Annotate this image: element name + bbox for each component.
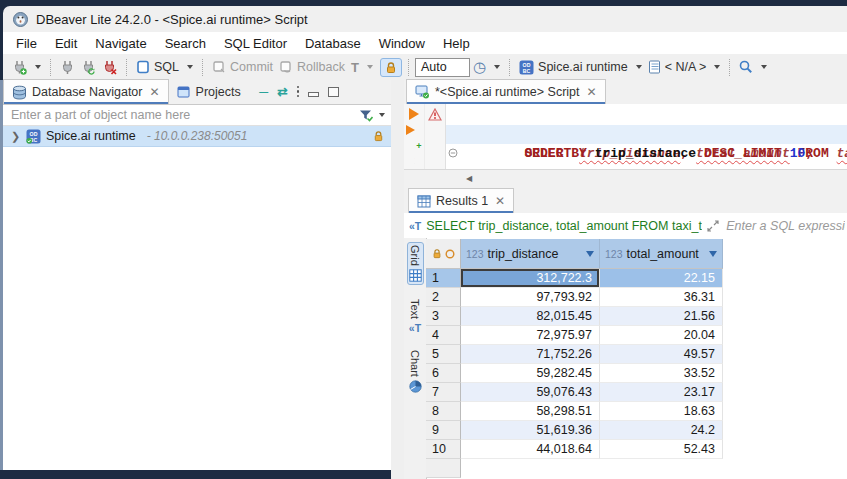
sql-editor-button[interactable]: SQL	[133, 58, 196, 76]
table-cell[interactable]: 59,076.43	[461, 383, 600, 402]
sql-editor[interactable]: +	[404, 104, 847, 169]
table-cell[interactable]: 36.31	[600, 288, 723, 307]
search-button[interactable]	[736, 58, 770, 76]
sql-expression-filter-input[interactable]	[724, 218, 847, 234]
tree-item-connection[interactable]: ❯ OD BC Spice.ai runtime - 10.0.0.238:50…	[3, 126, 391, 147]
menu-item-window[interactable]: Window	[370, 34, 434, 53]
code-line-1[interactable]: SELECT trip_distance, total_amount FROM …	[446, 106, 847, 125]
sort-desc-icon[interactable]	[709, 251, 717, 257]
minimize-panel-icon[interactable]	[308, 92, 319, 97]
scroll-left-arrow-icon[interactable]: ◀	[466, 174, 472, 183]
table-row[interactable]: 858,298.5118.63	[426, 402, 847, 421]
table-cell[interactable]: 23.17	[600, 383, 723, 402]
table-row[interactable]: 382,015.4521.56	[426, 307, 847, 326]
table-cell[interactable]: 51,619.36	[461, 421, 600, 440]
tree-expander-icon[interactable]: ❯	[11, 130, 21, 143]
dropdown-caret[interactable]	[187, 65, 193, 69]
table-row[interactable]: 297,793.9236.31	[426, 288, 847, 307]
active-schema-selector[interactable]: < N/A >	[645, 58, 724, 76]
link-with-editor-icon[interactable]: ⇄	[277, 84, 287, 99]
view-menu-icon[interactable]	[297, 86, 300, 98]
maximize-panel-icon[interactable]	[328, 87, 339, 97]
menu-item-navigate[interactable]: Navigate	[86, 34, 155, 53]
table-cell[interactable]: 72,975.97	[461, 326, 600, 345]
table-cell[interactable]: 22.15	[600, 269, 723, 288]
grid-corner-cell[interactable]	[426, 239, 461, 269]
dropdown-caret[interactable]	[636, 65, 642, 69]
dropdown-caret[interactable]	[714, 65, 720, 69]
row-number[interactable]: 8	[426, 402, 461, 421]
table-row[interactable]: 759,076.4323.17	[426, 383, 847, 402]
table-cell[interactable]: 33.52	[600, 364, 723, 383]
row-number[interactable]: 6	[426, 364, 461, 383]
table-cell[interactable]: 18.63	[600, 402, 723, 421]
table-cell[interactable]: 58,298.51	[461, 402, 600, 421]
filter-funnel-icon[interactable]	[359, 109, 373, 122]
table-cell[interactable]: 52.43	[600, 440, 723, 459]
menu-item-file[interactable]: File	[7, 34, 46, 53]
editor-horizontal-scrollbar[interactable]: ◀	[404, 169, 847, 188]
menu-item-database[interactable]: Database	[296, 34, 370, 53]
transaction-mode-button[interactable]: T	[348, 58, 376, 77]
disconnect-button[interactable]	[99, 58, 120, 77]
tab-projects[interactable]: Projects	[169, 80, 249, 104]
close-icon[interactable]: ✕	[149, 85, 159, 99]
tab-database-navigator[interactable]: Database Navigator ✕	[3, 79, 169, 104]
code-area[interactable]: SELECT trip_distance, total_amount FROM …	[446, 106, 847, 169]
object-filter-input[interactable]	[9, 107, 359, 123]
row-number[interactable]: 7	[426, 383, 461, 402]
new-connection-button[interactable]	[9, 58, 44, 77]
menu-item-search[interactable]: Search	[156, 34, 215, 53]
view-tab-text[interactable]: Text «T	[408, 297, 422, 336]
table-cell[interactable]: 97,793.92	[461, 288, 600, 307]
table-cell[interactable]: 20.04	[600, 326, 723, 345]
table-cell[interactable]: 71,752.26	[461, 345, 600, 364]
view-tab-chart[interactable]: Chart	[408, 348, 423, 395]
sort-desc-icon[interactable]	[586, 251, 594, 257]
row-number[interactable]: 5	[426, 345, 461, 364]
menu-item-help[interactable]: Help	[434, 34, 479, 53]
table-row[interactable]: 951,619.3624.2	[426, 421, 847, 440]
warning-icon[interactable]	[428, 108, 442, 121]
table-cell[interactable]: 82,015.45	[461, 307, 600, 326]
reconnect-button[interactable]	[78, 58, 99, 77]
view-tab-grid[interactable]: Grid	[407, 242, 424, 285]
dropdown-caret[interactable]	[35, 65, 41, 69]
rollback-button[interactable]: Rollback	[276, 58, 348, 76]
tab-results-1[interactable]: Results 1 ✕	[408, 188, 514, 213]
table-row[interactable]: 472,975.9720.04	[426, 326, 847, 345]
toggle-connection-lock-button[interactable]	[380, 58, 402, 77]
panel-splitter[interactable]	[391, 80, 404, 479]
table-row[interactable]: 571,752.2649.57	[426, 345, 847, 364]
dropdown-caret[interactable]	[494, 65, 500, 69]
expand-filter-icon[interactable]	[707, 220, 719, 232]
code-line-2-current[interactable]: ORDER BY trip_distance DESC LIMIT 10;	[446, 125, 847, 144]
row-number[interactable]: 4	[426, 326, 461, 345]
table-cell[interactable]: 24.2	[600, 421, 723, 440]
column-header-trip-distance[interactable]: 123 trip_distance	[461, 239, 600, 269]
dropdown-caret[interactable]	[367, 65, 373, 69]
table-cell[interactable]: 312,722.3	[461, 269, 600, 288]
active-connection-selector[interactable]: OD BC Spice.ai runtime	[516, 58, 645, 77]
table-row[interactable]: 1312,722.322.15	[426, 269, 847, 288]
menu-item-edit[interactable]: Edit	[46, 34, 86, 53]
table-cell[interactable]: 21.56	[600, 307, 723, 326]
tab-sql-script[interactable]: *<Spice.ai runtime> Script ✕	[406, 79, 606, 104]
close-icon[interactable]: ✕	[495, 194, 505, 208]
column-header-total-amount[interactable]: 123 total_amount	[600, 239, 723, 269]
connect-button[interactable]	[57, 58, 78, 77]
table-row[interactable]: 1044,018.6452.43	[426, 440, 847, 459]
filter-dropdown-caret[interactable]	[379, 113, 385, 117]
row-number[interactable]: 2	[426, 288, 461, 307]
table-cell[interactable]: 49.57	[600, 345, 723, 364]
transaction-log-button[interactable]: ◷	[470, 58, 503, 76]
menu-item-sql-editor[interactable]: SQL Editor	[215, 34, 296, 53]
commit-button[interactable]: Commit	[209, 58, 276, 76]
row-number[interactable]: 3	[426, 307, 461, 326]
close-icon[interactable]: ✕	[587, 85, 597, 99]
collapse-all-icon[interactable]: ─	[259, 85, 268, 99]
table-cell[interactable]: 59,282.45	[461, 364, 600, 383]
row-number[interactable]: 10	[426, 440, 461, 459]
execute-new-tab-icon[interactable]: +	[406, 125, 421, 153]
table-cell[interactable]: 44,018.64	[461, 440, 600, 459]
